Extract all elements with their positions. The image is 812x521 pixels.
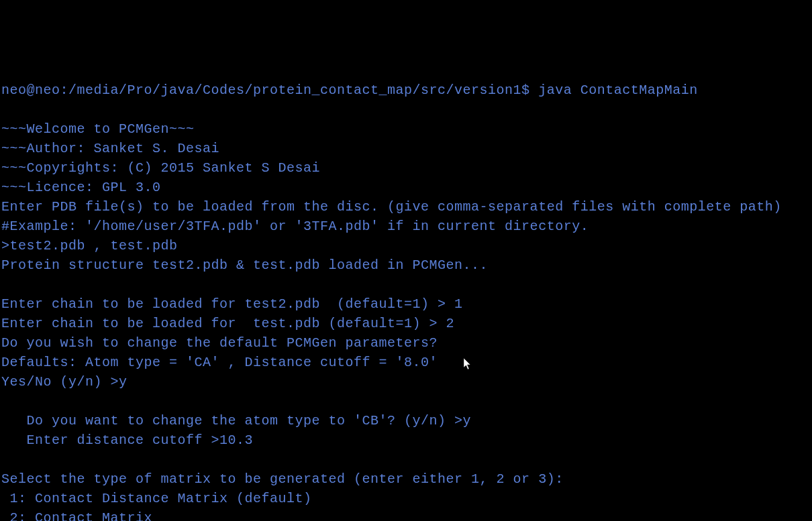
output-line: 2: Contact Matrix: [1, 508, 811, 521]
output-line: 1: Contact Distance Matrix (default): [1, 489, 811, 508]
output-line: ~~~Author: Sanket S. Desai: [1, 139, 811, 158]
output-line: Protein structure test2.pdb & test.pdb l…: [1, 255, 811, 275]
terminal-output[interactable]: neo@neo:/media/Pro/java/Codes/protein_co…: [1, 80, 811, 521]
output-line: #Example: '/home/user/3TFA.pdb' or '3TFA…: [1, 217, 811, 236]
output-line: >test2.pdb , test.pdb: [1, 236, 811, 255]
output-line: Enter chain to be loaded for test.pdb (d…: [1, 314, 811, 333]
shell-prompt: neo@neo:/media/Pro/java/Codes/protein_co…: [1, 82, 538, 98]
output-line: [1, 450, 811, 469]
output-line: Enter chain to be loaded for test2.pdb (…: [1, 294, 811, 314]
output-line: ~~~Copyrights: (C) 2015 Sanket S Desai: [1, 158, 811, 178]
output-line: Yes/No (y/n) >y: [1, 372, 811, 392]
output-line: [1, 275, 811, 294]
output-line: Enter distance cutoff >10.3: [1, 430, 811, 450]
output-line: Do you want to change the atom type to '…: [1, 411, 811, 430]
shell-command: java ContactMapMain: [538, 82, 698, 98]
output-line: Enter PDB file(s) to be loaded from the …: [1, 197, 811, 217]
output-line: ~~~Licence: GPL 3.0: [1, 178, 811, 197]
output-line: Defaults: Atom type = 'CA' , Distance cu…: [1, 353, 811, 372]
output-line: ~~~Welcome to PCMGen~~~: [1, 119, 811, 139]
output-line: Do you wish to change the default PCMGen…: [1, 333, 811, 353]
output-line: Select the type of matrix to be generate…: [1, 469, 811, 489]
output-line: [1, 392, 811, 411]
output-line: [1, 100, 811, 119]
